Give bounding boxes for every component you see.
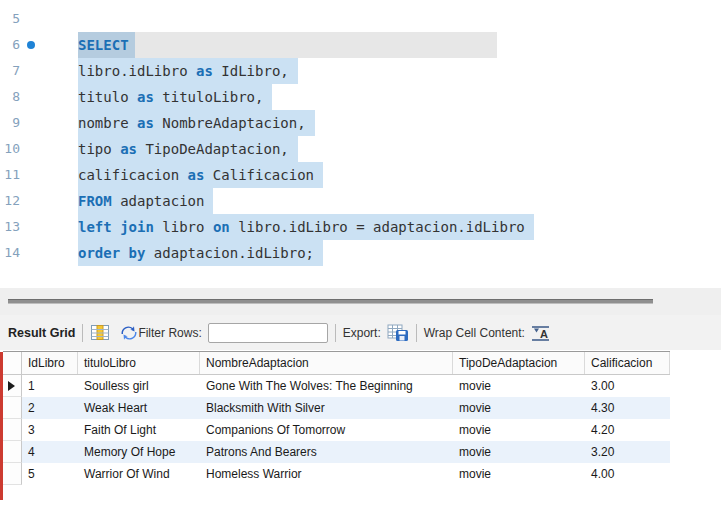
code-line-6[interactable]: 6SELECT [0, 32, 721, 58]
row-selector[interactable] [3, 375, 22, 397]
panel-splitter [0, 288, 721, 315]
cell-NombreAdaptacion[interactable]: Patrons And Bearers [200, 441, 453, 463]
code-line-11[interactable]: 11calificacion as Calificacion [0, 162, 721, 188]
code-line-8[interactable]: 8titulo as tituloLibro, [0, 84, 721, 110]
result-grid-table: IdLibrotituloLibroNombreAdaptacionTipoDe… [3, 351, 670, 485]
code-line-9[interactable]: 9nombre as NombreAdaptacion, [0, 110, 721, 136]
export-recordset-icon[interactable] [387, 324, 409, 342]
cell-tituloLibro[interactable]: Faith Of Light [78, 419, 200, 441]
code-text: tipo as TipoDeAdaptacion, [78, 136, 298, 162]
sql-editor[interactable]: 4SELECT * from libro;56SELECT7libro.idLi… [0, 0, 721, 288]
cell-Calificacion[interactable]: 3.00 [585, 375, 670, 397]
table-row[interactable]: 1Soulless girlGone With The Wolves: The … [3, 375, 670, 397]
cell-NombreAdaptacion[interactable]: Companions Of Tomorrow [200, 419, 453, 441]
current-row-arrow-icon [8, 381, 15, 391]
grid-view-icon[interactable] [90, 324, 110, 341]
column-header-tituloLibro[interactable]: tituloLibro [78, 352, 200, 374]
wrap-cell-content-label: Wrap Cell Content: [424, 326, 525, 340]
cell-TipoDeAdaptacion[interactable]: movie [453, 375, 585, 397]
line-number: 8 [0, 84, 20, 110]
table-row[interactable]: 5Warrior Of WindHomeless Warriormovie4.0… [3, 463, 670, 485]
refresh-icon[interactable] [120, 325, 138, 341]
row-selector-header[interactable] [3, 352, 22, 374]
code-text: FROM adaptacion [78, 188, 213, 214]
column-header-IdLibro[interactable]: IdLibro [22, 352, 78, 374]
column-header-Calificacion[interactable]: Calificacion [585, 352, 670, 374]
cell-IdLibro[interactable]: 3 [22, 419, 78, 441]
cell-NombreAdaptacion[interactable]: Homeless Warrior [200, 463, 453, 485]
line-number: 13 [0, 214, 20, 240]
row-selector[interactable] [3, 397, 22, 419]
code-text: libro.idLibro as IdLibro, [78, 58, 298, 84]
column-header-TipoDeAdaptacion[interactable]: TipoDeAdaptacion [453, 352, 585, 374]
line-number: 11 [0, 162, 20, 188]
table-row[interactable]: 4Memory Of HopePatrons And Bearersmovie3… [3, 441, 670, 463]
code-text: order by adaptacion.idLibro; [78, 240, 323, 266]
cell-Calificacion[interactable]: 4.20 [585, 419, 670, 441]
cell-NombreAdaptacion[interactable]: Blacksmith With Silver [200, 397, 453, 419]
code-line-7[interactable]: 7libro.idLibro as IdLibro, [0, 58, 721, 84]
code-text: SELECT [78, 32, 135, 58]
cell-IdLibro[interactable]: 2 [22, 397, 78, 419]
line-number: 9 [0, 110, 20, 136]
statement-marker-icon [27, 41, 35, 49]
line-number: 7 [0, 58, 20, 84]
cell-tituloLibro[interactable]: Soulless girl [78, 375, 200, 397]
toolbar-separator [82, 324, 83, 342]
result-grid-toolbar: Result Grid Filter Rows: Export: [0, 315, 721, 350]
cell-tituloLibro[interactable]: Weak Heart [78, 397, 200, 419]
code-line-10[interactable]: 10tipo as TipoDeAdaptacion, [0, 136, 721, 162]
mysql-workbench-window: 4SELECT * from libro;56SELECT7libro.idLi… [0, 0, 721, 515]
toolbar-separator [416, 324, 417, 342]
cell-TipoDeAdaptacion[interactable]: movie [453, 419, 585, 441]
cell-tituloLibro[interactable]: Memory Of Hope [78, 441, 200, 463]
code-text: left join libro on libro.idLibro = adapt… [78, 214, 534, 240]
code-text: nombre as NombreAdaptacion, [78, 110, 315, 136]
cell-TipoDeAdaptacion[interactable]: movie [453, 397, 585, 419]
header-row: IdLibrotituloLibroNombreAdaptacionTipoDe… [3, 352, 670, 375]
cell-TipoDeAdaptacion[interactable]: movie [453, 463, 585, 485]
cell-Calificacion[interactable]: 4.00 [585, 463, 670, 485]
code-line-14[interactable]: 14order by adaptacion.idLibro; [0, 240, 721, 266]
wrap-cell-content-icon[interactable]: A [531, 325, 551, 341]
line-number: 6 [0, 32, 20, 58]
filter-rows-label: Filter Rows: [138, 326, 201, 340]
code-text: titulo as tituloLibro, [78, 84, 272, 110]
result-grid-label: Result Grid [8, 326, 75, 340]
code-line-12[interactable]: 12FROM adaptacion [0, 188, 721, 214]
statement-highlight [134, 32, 497, 58]
toolbar-separator [335, 324, 336, 342]
code-line-13[interactable]: 13left join libro on libro.idLibro = ada… [0, 214, 721, 240]
line-number: 10 [0, 136, 20, 162]
column-header-NombreAdaptacion[interactable]: NombreAdaptacion [200, 352, 453, 374]
line-number: 12 [0, 188, 20, 214]
row-selector[interactable] [3, 441, 22, 463]
cell-NombreAdaptacion[interactable]: Gone With The Wolves: The Beginning [200, 375, 453, 397]
line-number: 14 [0, 240, 20, 266]
cell-TipoDeAdaptacion[interactable]: movie [453, 441, 585, 463]
splitter-handle[interactable] [8, 299, 653, 304]
cell-Calificacion[interactable]: 3.20 [585, 441, 670, 463]
code-line-5[interactable]: 5 [0, 6, 721, 32]
cell-tituloLibro[interactable]: Warrior Of Wind [78, 463, 200, 485]
cell-IdLibro[interactable]: 5 [22, 463, 78, 485]
filter-rows-input[interactable] [208, 323, 328, 343]
table-row[interactable]: 3Faith Of LightCompanions Of Tomorrowmov… [3, 419, 670, 441]
row-selector[interactable] [3, 419, 22, 441]
table-row[interactable]: 2Weak HeartBlacksmith With Silvermovie4.… [3, 397, 670, 419]
row-selector[interactable] [3, 463, 22, 485]
export-label: Export: [343, 326, 381, 340]
svg-text:A: A [540, 328, 548, 340]
code-text: calificacion as Calificacion [78, 162, 323, 188]
cell-IdLibro[interactable]: 4 [22, 441, 78, 463]
cell-Calificacion[interactable]: 4.30 [585, 397, 670, 419]
cell-IdLibro[interactable]: 1 [22, 375, 78, 397]
line-number: 5 [0, 6, 20, 32]
